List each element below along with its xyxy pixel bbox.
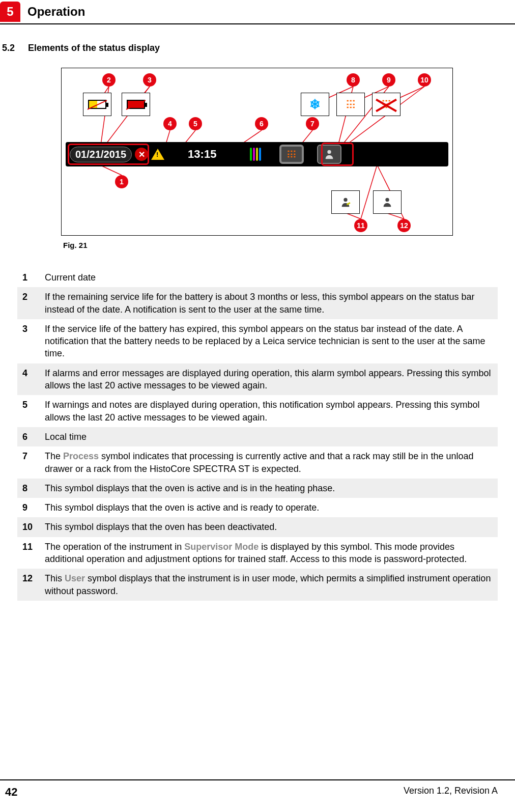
svg-line-18	[387, 213, 404, 219]
legend-number: 11	[22, 541, 45, 566]
legend-number: 12	[22, 572, 45, 597]
legend-number: 5	[22, 399, 45, 424]
legend-description: Local time	[45, 431, 493, 443]
legend-description: The operation of the instrument in Super…	[45, 541, 493, 566]
legend-description: The Process symbol indicates that proces…	[45, 450, 493, 475]
legend-row-3: 3If the service life of the battery has …	[17, 319, 498, 363]
callout-2: 2	[102, 73, 116, 87]
page-number: 42	[5, 786, 17, 799]
legend-row-5: 5If warnings and notes are displayed dur…	[17, 395, 498, 427]
legend-description: This symbol displays that the oven is ac…	[45, 482, 493, 494]
legend-description: Current date	[45, 271, 493, 284]
oven-deactivated-icon: ⵗⵗⵗ	[372, 93, 400, 116]
warning-icon[interactable]	[151, 149, 164, 160]
legend-row-4: 4If alarms and error messages are displa…	[17, 363, 498, 396]
callout-9: 9	[382, 73, 395, 87]
legend-number: 8	[22, 482, 45, 494]
legend-list: 1Current date2If the remaining service l…	[17, 268, 498, 601]
legend-row-12: 12This User symbol displays that the ins…	[17, 569, 498, 601]
callout-12: 12	[397, 219, 411, 232]
callout-11: 11	[354, 219, 367, 232]
oven-heating-icon: ❄	[301, 93, 329, 116]
svg-point-19	[344, 198, 347, 202]
svg-point-21	[385, 198, 389, 202]
legend-row-8: 8This symbol displays that the oven is a…	[17, 479, 498, 498]
legend-row-7: 7The Process symbol indicates that proce…	[17, 446, 498, 479]
legend-description: This User symbol displays that the instr…	[45, 572, 493, 597]
legend-number: 3	[22, 323, 45, 360]
figure-21: 2 3 8 9 10 4 5 6 7 1 11 12	[61, 68, 453, 249]
battery-expired-icon	[122, 93, 150, 116]
legend-description: This symbol displays that the oven is ac…	[45, 501, 493, 514]
legend-number: 2	[22, 291, 45, 316]
legend-description: If warnings and notes are displayed duri…	[45, 399, 493, 424]
status-time: 13:15	[188, 148, 216, 161]
legend-row-9: 9This symbol displays that the oven is a…	[17, 498, 498, 517]
legend-number: 1	[22, 271, 45, 284]
version-text: Version 1.2, Revision A	[404, 786, 498, 799]
callout-5: 5	[189, 117, 202, 130]
callout-1: 1	[115, 175, 128, 188]
legend-number: 7	[22, 450, 45, 475]
supervisor-mode-icon	[331, 190, 360, 214]
battery-3month-icon	[83, 93, 111, 116]
page-footer: 42 Version 1.2, Revision A	[0, 779, 515, 799]
legend-description: This symbol displays that the oven has b…	[45, 521, 493, 533]
legend-number: 4	[22, 367, 45, 392]
legend-number: 10	[22, 521, 45, 533]
svg-line-17	[347, 213, 361, 219]
oven-ready-icon: ⵗⵗⵗ	[336, 93, 365, 116]
process-icon	[250, 148, 261, 161]
callout-8: 8	[347, 73, 360, 87]
legend-number: 9	[22, 501, 45, 514]
callout-7: 7	[306, 117, 319, 130]
oven-status-icon[interactable]: ⵗⵗⵗ	[279, 145, 304, 164]
page-header: 5 Operation	[0, 0, 515, 24]
user-mode-icon	[373, 190, 402, 214]
legend-row-11: 11The operation of the instrument in Sup…	[17, 537, 498, 569]
section-number: 5.2	[2, 43, 15, 53]
legend-description: If alarms and error messages are display…	[45, 367, 493, 392]
svg-line-4	[100, 165, 122, 175]
chapter-number-badge: 5	[0, 2, 20, 22]
legend-row-2: 2If the remaining service life for the b…	[17, 287, 498, 319]
legend-row-1: 1Current date	[17, 268, 498, 287]
legend-description: If the service life of the battery has e…	[45, 323, 493, 360]
callout-4: 4	[163, 117, 177, 130]
section-heading: 5.2 Elements of the status display	[0, 43, 515, 53]
legend-row-6: 6Local time	[17, 427, 498, 446]
chapter-title: Operation	[27, 5, 85, 19]
oven-selection-box	[321, 143, 354, 166]
legend-number: 6	[22, 431, 45, 443]
legend-row-10: 10This symbol displays that the oven has…	[17, 517, 498, 537]
date-selection-box	[68, 144, 149, 165]
section-title: Elements of the status display	[28, 43, 160, 53]
callout-10: 10	[418, 73, 431, 87]
figure-caption: Fig. 21	[63, 241, 453, 249]
legend-description: If the remaining service life for the ba…	[45, 291, 493, 316]
callout-3: 3	[143, 73, 156, 87]
callout-6: 6	[255, 117, 268, 130]
